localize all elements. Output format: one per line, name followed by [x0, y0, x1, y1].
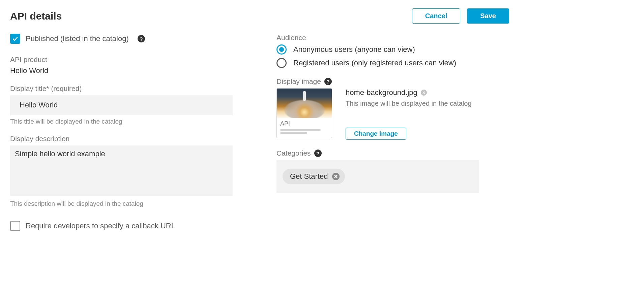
display-description-help: This description will be displayed in th… — [10, 200, 243, 207]
image-card-footer-label: API — [280, 120, 328, 127]
published-checkbox[interactable] — [10, 34, 20, 44]
display-image-filename: home-background.jpg — [346, 88, 417, 97]
categories-label: Categories ? — [276, 149, 509, 157]
display-image-hint: This image will be displayed in the cata… — [346, 100, 509, 107]
categories-field[interactable]: Get Started — [276, 160, 479, 193]
check-icon — [12, 35, 19, 42]
help-icon[interactable]: ? — [314, 150, 322, 157]
page-title: API details — [10, 10, 62, 22]
display-image-card: API — [276, 88, 332, 138]
audience-option-anonymous[interactable]: Anonymous users (anyone can view) — [276, 44, 509, 55]
display-image-thumbnail — [277, 89, 332, 118]
remove-category-button[interactable] — [332, 173, 340, 180]
display-title-input[interactable] — [10, 95, 233, 115]
help-icon[interactable]: ? — [324, 78, 332, 85]
display-description-input[interactable] — [10, 145, 233, 196]
radio-icon — [276, 44, 287, 55]
remove-image-button[interactable] — [421, 90, 427, 96]
published-label: Published (listed in the catalog) — [26, 34, 129, 43]
help-icon[interactable]: ? — [138, 35, 145, 42]
change-image-button[interactable]: Change image — [346, 128, 406, 140]
api-product-label: API product — [10, 56, 243, 64]
callback-url-label: Require developers to specify a callback… — [26, 222, 175, 230]
close-icon — [422, 91, 426, 94]
radio-icon — [276, 58, 287, 68]
cancel-button[interactable]: Cancel — [412, 8, 461, 24]
api-product-value: Hello World — [10, 66, 243, 75]
category-chip: Get Started — [283, 169, 345, 184]
display-image-label-text: Display image — [276, 77, 321, 86]
display-title-help: This title will be displayed in the cata… — [10, 118, 243, 125]
audience-option-label: Registered users (only registered users … — [293, 59, 456, 67]
display-title-label: Display title* (required) — [10, 85, 243, 93]
display-image-label: Display image ? — [276, 77, 509, 86]
audience-option-registered[interactable]: Registered users (only registered users … — [276, 58, 509, 68]
display-description-label: Display description — [10, 135, 243, 143]
save-button[interactable]: Save — [467, 8, 509, 24]
close-icon — [334, 174, 338, 178]
category-chip-label: Get Started — [290, 172, 328, 181]
audience-option-label: Anonymous users (anyone can view) — [293, 45, 415, 54]
header-buttons: Cancel Save — [412, 8, 509, 24]
categories-label-text: Categories — [276, 149, 311, 157]
audience-label: Audience — [276, 34, 509, 42]
callback-url-checkbox[interactable] — [10, 221, 20, 231]
